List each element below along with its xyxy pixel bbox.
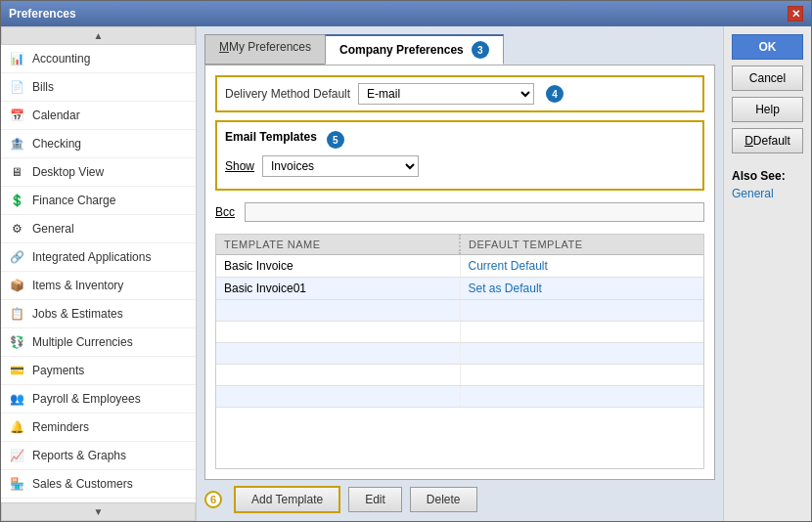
table-row-empty	[216, 365, 703, 386]
table-row-empty	[216, 300, 703, 322]
show-select[interactable]: InvoicesEstimatesSales ReceiptsCredit Me…	[262, 155, 419, 177]
sidebar-icon-4: 🖥	[7, 162, 26, 182]
sidebar-item-calendar[interactable]: 📅Calendar	[1, 102, 196, 130]
delivery-method-select[interactable]: E-mailMailNone	[358, 83, 534, 105]
content-panel: Delivery Method Default E-mailMailNone 4…	[204, 65, 715, 480]
sidebar-label-13: Reminders	[32, 420, 89, 434]
sidebar-label-8: Items & Inventory	[32, 279, 123, 292]
content-wrapper: MMy Preferences Company Preferences 3 De…	[197, 26, 723, 521]
main-content: ▲ 📊Accounting📄Bills📅Calendar🏦Checking🖥De…	[1, 26, 811, 521]
table-header: TEMPLATE NAME DEFAULT TEMPLATE	[216, 235, 703, 255]
sidebar-item-payroll-employees[interactable]: 👥Payroll & Employees	[1, 385, 196, 413]
sidebar-item-reports-graphs[interactable]: 📈Reports & Graphs	[1, 442, 196, 470]
ok-button[interactable]: OK	[732, 34, 803, 60]
sidebar-icon-12: 👥	[7, 389, 26, 409]
tab-my-preferences[interactable]: MMy Preferences	[204, 34, 325, 65]
sidebar-item-general[interactable]: ⚙General	[1, 215, 196, 243]
sidebar-icon-10: 💱	[7, 332, 26, 352]
sidebar-item-desktop-view[interactable]: 🖥Desktop View	[1, 158, 196, 187]
edit-button[interactable]: Edit	[348, 487, 402, 512]
bcc-label: Bcc	[215, 205, 235, 219]
sidebar-icon-5: 💲	[7, 191, 26, 210]
sidebar-label-1: Bills	[32, 80, 54, 94]
sidebar-label-0: Accounting	[32, 52, 90, 65]
title-bar: Preferences ✕	[1, 1, 811, 26]
scroll-down-button[interactable]: ▼	[1, 502, 196, 521]
template-name-cell: Basic Invoice01	[216, 278, 461, 299]
table-row-empty	[216, 386, 703, 408]
sidebar-item-bills[interactable]: 📄Bills	[1, 73, 196, 102]
sidebar-item-sales-customers[interactable]: 🏪Sales & Customers	[1, 470, 196, 499]
delivery-method-row: Delivery Method Default E-mailMailNone 4	[215, 75, 704, 112]
sidebar-item-accounting[interactable]: 📊Accounting	[1, 45, 196, 73]
sidebar-item-checking[interactable]: 🏦Checking	[1, 130, 196, 158]
tab-company-preferences[interactable]: Company Preferences 3	[325, 34, 504, 65]
delete-button[interactable]: Delete	[410, 487, 477, 512]
sidebar-label-9: Jobs & Estimates	[32, 307, 123, 321]
delivery-method-label: Delivery Method Default	[225, 87, 350, 101]
col-default-template: DEFAULT TEMPLATE	[461, 235, 703, 254]
template-default-cell[interactable]: Current Default	[461, 255, 704, 277]
general-link[interactable]: General	[732, 187, 803, 200]
badge-4: 4	[546, 85, 564, 103]
sidebar-icon-8: 📦	[7, 276, 26, 295]
also-see-label: Also See:	[732, 169, 803, 183]
sidebar-icon-11: 💳	[7, 361, 26, 380]
close-button[interactable]: ✕	[788, 6, 803, 22]
table-row-empty	[216, 322, 703, 343]
email-templates-box: Email Templates 5 Show InvoicesEstimates…	[215, 120, 704, 191]
table-row[interactable]: Basic InvoiceCurrent Default	[216, 255, 703, 278]
template-table: TEMPLATE NAME DEFAULT TEMPLATE Basic Inv…	[215, 234, 704, 469]
sidebar-icon-13: 🔔	[7, 417, 26, 437]
cancel-button[interactable]: Cancel	[732, 65, 803, 91]
sidebar-label-5: Finance Charge	[32, 194, 115, 207]
add-template-button[interactable]: Add Template	[234, 486, 340, 513]
sidebar-label-14: Reports & Graphs	[32, 449, 126, 462]
template-default-cell[interactable]: Set as Default	[461, 278, 704, 299]
badge-6: 6	[204, 491, 222, 508]
default-button[interactable]: DDefault	[732, 128, 803, 153]
sidebar-label-4: Desktop View	[32, 165, 104, 179]
bottom-buttons: 6 Add Template Edit Delete	[204, 480, 715, 513]
sidebar-label-12: Payroll & Employees	[32, 392, 141, 406]
sidebar-icon-1: 📄	[7, 77, 26, 97]
right-panel: OK Cancel Help DDefault Also See: Genera…	[723, 26, 811, 521]
sidebar-icon-3: 🏦	[7, 134, 26, 153]
template-name-cell: Basic Invoice	[216, 255, 461, 277]
show-label: Show	[225, 159, 254, 173]
table-row[interactable]: Basic Invoice01Set as Default	[216, 278, 703, 300]
sidebar-item-payments[interactable]: 💳Payments	[1, 357, 196, 385]
badge-3: 3	[472, 41, 489, 59]
bcc-input[interactable]	[245, 202, 704, 222]
help-button[interactable]: Help	[732, 97, 803, 122]
bcc-row: Bcc	[215, 198, 704, 226]
sidebar-icon-15: 🏪	[7, 474, 26, 494]
sidebar-item-items-inventory[interactable]: 📦Items & Inventory	[1, 272, 196, 300]
sidebar-item-reminders[interactable]: 🔔Reminders	[1, 413, 196, 442]
table-row-empty	[216, 343, 703, 365]
sidebar-label-7: Integrated Applications	[32, 250, 151, 264]
badge-5: 5	[327, 131, 344, 149]
sidebar-icon-6: ⚙	[7, 219, 26, 239]
sidebar-icon-14: 📈	[7, 446, 26, 465]
sidebar-icon-0: 📊	[7, 49, 26, 68]
sidebar-label-11: Payments	[32, 364, 84, 377]
scroll-up-button[interactable]: ▲	[1, 26, 196, 45]
also-see-section: Also See: General	[732, 169, 803, 200]
email-templates-title: Email Templates	[225, 130, 317, 144]
sidebar-label-15: Sales & Customers	[32, 477, 133, 491]
tabs: MMy Preferences Company Preferences 3	[204, 34, 715, 65]
sidebar-item-finance-charge[interactable]: 💲Finance Charge	[1, 187, 196, 215]
sidebar-icon-7: 🔗	[7, 247, 26, 267]
sidebar-label-10: Multiple Currencies	[32, 335, 133, 349]
sidebar-scroll: 📊Accounting📄Bills📅Calendar🏦Checking🖥Desk…	[1, 45, 196, 502]
sidebar: ▲ 📊Accounting📄Bills📅Calendar🏦Checking🖥De…	[1, 26, 197, 521]
sidebar-item-integrated-applications[interactable]: 🔗Integrated Applications	[1, 243, 196, 272]
table-body: Basic InvoiceCurrent DefaultBasic Invoic…	[216, 255, 703, 468]
sidebar-item-multiple-currencies[interactable]: 💱Multiple Currencies	[1, 328, 196, 357]
col-template-name: TEMPLATE NAME	[216, 235, 461, 254]
sidebar-item-jobs-estimates[interactable]: 📋Jobs & Estimates	[1, 300, 196, 328]
dialog-title: Preferences	[9, 7, 76, 21]
sidebar-icon-9: 📋	[7, 304, 26, 324]
sidebar-label-3: Checking	[32, 137, 81, 151]
